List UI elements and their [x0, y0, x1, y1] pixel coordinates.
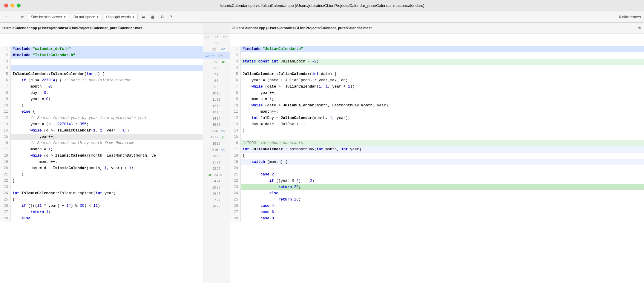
- ignore-dropdown[interactable]: Do not ignore ▼: [71, 13, 102, 21]
- left-file-header: IslamicCalendar.cpp (/Users/jetbrains/CL…: [0, 23, 203, 33]
- right-linenum-13: 13: [230, 121, 241, 128]
- left-linecontent-24: int IslamicCalendar::IslamicLeapYear(int…: [11, 190, 203, 197]
- left-linenum-6: 6: [0, 77, 11, 84]
- gutter-line-24: 2424: [203, 178, 230, 184]
- titlebar-text: IslamicCalendar.cpp vs JulianCalendar.cp…: [220, 3, 424, 8]
- right-line-7: 7 while (date >= JulianCalendar(1, 1, ye…: [230, 84, 644, 90]
- left-linecontent-28: else: [11, 215, 203, 222]
- gutter-num-right-2: 2: [217, 41, 223, 45]
- left-line-28: 28 else: [0, 215, 203, 222]
- viewer-dropdown[interactable]: Side-by-side viewer ▼: [28, 13, 69, 21]
- differences-count: 6 differences: [619, 15, 641, 19]
- highlight-dropdown[interactable]: Highlight words ▼: [104, 13, 138, 21]
- next-diff-button[interactable]: ↓: [11, 13, 17, 21]
- gutter-line-27: 2727: [203, 197, 230, 203]
- gutter-num-left-1: 1: [210, 35, 216, 39]
- left-linecontent-10: }: [11, 103, 203, 109]
- gutter-arrow-left-16: <<: [221, 129, 225, 133]
- layout-icon[interactable]: ▦: [149, 13, 157, 21]
- gutter-arrow-left-19: <<: [221, 148, 225, 152]
- right-line-6: 6 year = (date + JulianEpoch) / year_max…: [230, 77, 644, 84]
- right-linecontent-16: //TODO: introduce constants: [241, 140, 644, 146]
- right-line-11: 11 month++;: [230, 109, 644, 115]
- left-linenum-14: 14: [0, 128, 11, 134]
- left-file-path: IslamicCalendar.cpp (/Users/jetbrains/CL…: [2, 26, 145, 30]
- gutter-sync-17[interactable]: ⇄: [222, 135, 225, 139]
- viewer-dropdown-arrow: ▼: [63, 15, 66, 19]
- minimize-button[interactable]: [10, 4, 14, 7]
- help-button[interactable]: ?: [168, 13, 174, 21]
- right-linecontent-26: case 4:: [241, 203, 644, 209]
- left-linecontent-9: year = 0;: [11, 96, 203, 103]
- edit-button[interactable]: ✏: [19, 13, 26, 21]
- left-line-23: 23: [0, 184, 203, 190]
- right-linenum-1: 1: [230, 46, 241, 52]
- gutter-sync-23[interactable]: ⇄: [208, 173, 211, 177]
- right-linenum-3: 3: [230, 59, 241, 65]
- right-linecontent-18: {: [241, 153, 644, 159]
- left-line-22: 22 }: [0, 178, 203, 184]
- right-linecontent-21: case 2:: [241, 172, 644, 178]
- gutter-line-16: 1616 <<: [203, 128, 230, 134]
- gutter-line-10: 1010: [203, 90, 230, 96]
- prev-diff-button[interactable]: ↑: [3, 13, 9, 21]
- left-linenum-23: 23: [0, 184, 11, 190]
- right-line-24: 24 else: [230, 190, 644, 197]
- left-linenum-3: 3: [0, 59, 11, 65]
- right-linecontent-9: month = 1;: [241, 96, 644, 103]
- gutter-arrow-right-1: <<: [223, 35, 228, 39]
- right-linenum-5: 5: [230, 71, 241, 77]
- left-line-13: 13 year = (d - 227014) / 355;: [0, 121, 203, 128]
- right-linecontent-1: #include "JulianCalendar.h": [241, 46, 644, 52]
- gutter-line-21: 2121: [203, 159, 230, 165]
- right-panel: 1 #include "JulianCalendar.h" 2 3 static…: [230, 33, 644, 283]
- right-linenum-6: 6: [230, 77, 241, 84]
- highlight-label: Highlight words: [106, 15, 131, 19]
- right-code-area[interactable]: 1 #include "JulianCalendar.h" 2 3 static…: [230, 33, 644, 283]
- gutter-header: [203, 23, 230, 33]
- right-linenum-8: 8: [230, 90, 241, 96]
- gutter-sync-4[interactable]: ⇄: [206, 53, 209, 58]
- left-line-15: 15 year++;: [0, 134, 203, 140]
- left-code-area[interactable]: 1 #include "calendar_defs.h" 2 #include …: [0, 33, 203, 283]
- gutter-line-4: ⇄ >> 4 4: [203, 52, 230, 59]
- left-linecontent-18: while (d > IslamicCalendar(month, LastMo…: [11, 153, 203, 159]
- left-line-9: 9 year = 0;: [0, 96, 203, 103]
- left-linecontent-5: IslamicCalendar::IslamicCalendar(int d) …: [11, 71, 203, 77]
- gutter-line-8: 88: [203, 77, 230, 84]
- right-line-17: 17 int JulianCalendar::LastMonthDay(int …: [230, 146, 644, 153]
- sync-icon[interactable]: ⇄: [139, 13, 147, 21]
- left-linenum-21: 21: [0, 172, 11, 178]
- left-linecontent-21: }: [11, 172, 203, 178]
- right-line-16: 16 //TODO: introduce constants: [230, 140, 644, 146]
- right-line-2: 2: [230, 52, 644, 59]
- gutter-line-19: 1919 <<: [203, 146, 230, 153]
- right-linecontent-3: static const int JulianEpoch = -2;: [241, 59, 644, 65]
- left-line-10: 10 }: [0, 103, 203, 109]
- gutter-line-1: >> 1 1 <<: [203, 33, 230, 40]
- left-linenum-12: 12: [0, 115, 11, 121]
- left-line-8: 8 day = 0;: [0, 90, 203, 96]
- right-linenum-16: 16: [230, 140, 241, 146]
- close-button[interactable]: [4, 4, 8, 7]
- right-linenum-2: 2: [230, 52, 241, 59]
- right-linecontent-12: int JulDay = JulianCalendar(month, 1, ye…: [241, 115, 644, 121]
- gutter-line-3: 3 3 <<: [203, 46, 230, 52]
- right-file-header: JulianCalendar.cpp (/Users/jetbrains/CLi…: [230, 23, 644, 33]
- right-linenum-7: 7: [230, 84, 241, 90]
- left-linecontent-13: year = (d - 227014) / 355;: [11, 121, 203, 128]
- eye-icon[interactable]: 👁: [638, 26, 642, 30]
- right-linecontent-23: return 29;: [241, 184, 644, 190]
- gutter-num-right-1: 1: [217, 35, 223, 39]
- left-linenum-27: 27: [0, 209, 11, 215]
- gutter-num-left-2: 2: [210, 41, 216, 45]
- right-linenum-21: 21: [230, 172, 241, 178]
- right-linenum-28: 28: [230, 215, 241, 222]
- settings-button[interactable]: ⚙: [158, 13, 166, 21]
- right-line-1: 1 #include "JulianCalendar.h": [230, 46, 644, 52]
- maximize-button[interactable]: [17, 4, 21, 7]
- left-linenum-26: 26: [0, 203, 11, 209]
- right-linenum-18: 18: [230, 153, 241, 159]
- gutter-num-left-5: 5: [208, 60, 214, 64]
- right-linenum-10: 10: [230, 103, 241, 109]
